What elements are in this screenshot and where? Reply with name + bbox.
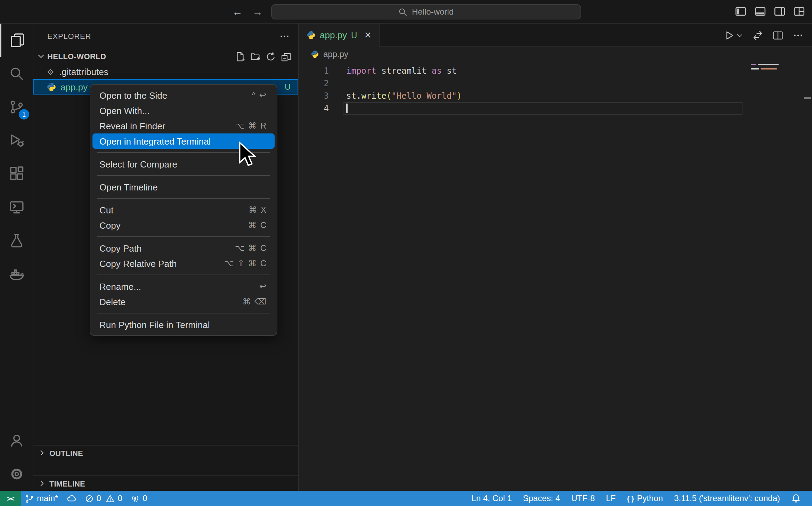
timeline-title: TIMELINE xyxy=(49,479,85,488)
status-right: Ln 4, Col 1 Spaces: 4 UTF-8 LF { } Pytho… xyxy=(466,493,812,503)
explorer-header: EXPLORER ··· xyxy=(33,24,298,49)
customize-layout-icon[interactable] xyxy=(793,6,805,17)
mouse-cursor xyxy=(238,141,256,169)
code-area[interactable]: 1 import streamlit as st 2 3 st.write("H… xyxy=(300,62,812,115)
toggle-sidebar-left-icon[interactable] xyxy=(735,6,747,17)
docker-icon xyxy=(9,266,24,281)
current-line-highlight xyxy=(343,102,742,115)
notifications-bell[interactable] xyxy=(786,493,806,503)
split-editor-icon[interactable] xyxy=(772,30,783,41)
toggle-sidebar-right-icon[interactable] xyxy=(774,6,786,17)
menu-item-open-timeline[interactable]: Open Timeline xyxy=(92,179,275,195)
search-icon xyxy=(9,66,24,81)
activity-remote-explorer[interactable] xyxy=(0,190,33,224)
cloud-icon xyxy=(66,493,76,503)
tab-git-status: U xyxy=(351,30,357,40)
timeline-section[interactable]: TIMELINE xyxy=(33,475,298,491)
refresh-icon[interactable] xyxy=(266,51,276,62)
sync-changes-button[interactable] xyxy=(62,491,80,506)
new-file-icon[interactable] xyxy=(235,51,245,62)
line-number: 1 xyxy=(300,65,329,77)
branch-name: main* xyxy=(37,493,58,503)
menu-item-copy-relative-path[interactable]: Copy Relative Path⌥ ⇧ ⌘ C xyxy=(92,256,275,271)
activity-testing[interactable] xyxy=(0,224,33,257)
collapse-all-icon[interactable] xyxy=(281,51,291,62)
errors-icon xyxy=(84,494,94,503)
python-interpreter[interactable]: 3.11.5 ('streamlitenv': conda) xyxy=(668,493,786,503)
file-name: .gitattributes xyxy=(59,66,108,77)
menu-separator xyxy=(97,275,270,275)
code-line: 2 xyxy=(300,77,812,90)
editor-actions xyxy=(724,24,804,47)
ports-indicator[interactable]: 0 xyxy=(127,491,151,506)
chevron-right-icon xyxy=(38,479,47,488)
activity-settings[interactable] xyxy=(0,457,33,491)
source-control-badge: 1 xyxy=(19,109,29,120)
activity-search[interactable] xyxy=(0,57,33,90)
line-number: 3 xyxy=(300,90,329,102)
line-number: 4 xyxy=(300,102,329,115)
explorer-more-actions-icon[interactable]: ··· xyxy=(280,32,290,40)
git-file-icon xyxy=(46,67,55,76)
command-center-search[interactable]: Hello-world xyxy=(271,4,581,19)
activity-run-debug[interactable] xyxy=(0,124,33,157)
python-file-icon xyxy=(307,31,316,40)
explorer-title: EXPLORER xyxy=(47,32,91,40)
close-tab-icon[interactable]: ✕ xyxy=(364,30,372,40)
menu-item-copy[interactable]: Copy⌘ C xyxy=(92,218,275,233)
activity-account[interactable] xyxy=(0,424,33,457)
outline-title: OUTLINE xyxy=(49,449,83,457)
files-icon xyxy=(10,33,25,48)
folder-name: HELLO-WORLD xyxy=(47,52,106,60)
menu-item-open-to-side[interactable]: Open to the Side^ ↩ xyxy=(92,88,275,103)
menu-item-delete[interactable]: Delete⌘ ⌫ xyxy=(92,294,275,309)
menu-item-open-with[interactable]: Open With... xyxy=(92,103,275,118)
gear-icon xyxy=(9,466,24,482)
error-count: 0 xyxy=(96,493,101,503)
activity-extensions[interactable] xyxy=(0,157,33,190)
menu-item-copy-path[interactable]: Copy Path⌥ ⌘ C xyxy=(92,240,275,256)
branch-indicator[interactable]: main* xyxy=(21,491,62,506)
status-bar: >< main* 0 0 xyxy=(0,491,812,506)
run-button[interactable] xyxy=(724,30,743,41)
forward-icon[interactable]: → xyxy=(252,6,263,17)
menu-item-reveal-in-finder[interactable]: Reveal in Finder⌥ ⌘ R xyxy=(92,118,275,133)
menu-item-cut[interactable]: Cut⌘ X xyxy=(92,202,275,218)
activity-explorer[interactable] xyxy=(0,24,33,57)
explorer-actions xyxy=(235,51,298,62)
activity-source-control[interactable]: 1 xyxy=(0,90,33,124)
minimap[interactable] xyxy=(751,64,799,106)
menu-item-rename[interactable]: Rename...↩ xyxy=(92,279,275,294)
title-bar: ← → Hello-world xyxy=(0,0,812,24)
account-icon xyxy=(9,433,24,448)
eol-sequence[interactable]: LF xyxy=(600,493,621,503)
folder-section-header[interactable]: HELLO-WORLD xyxy=(33,49,298,64)
problems-indicator[interactable]: 0 0 xyxy=(80,491,127,506)
breadcrumb-item: app.py xyxy=(323,49,348,59)
tab-title: app.py xyxy=(320,30,347,40)
language-mode[interactable]: { } Python xyxy=(621,493,668,503)
activity-docker[interactable] xyxy=(0,257,33,291)
broadcast-icon xyxy=(131,494,140,503)
code-line: 1 import streamlit as st xyxy=(300,65,812,77)
braces-icon: { } xyxy=(627,495,634,502)
cursor-position[interactable]: Ln 4, Col 1 xyxy=(466,493,517,503)
menu-item-run-python-file-in-terminal[interactable]: Run Python File in Terminal xyxy=(92,317,275,332)
remote-icon: >< xyxy=(7,495,14,502)
open-changes-icon[interactable] xyxy=(752,30,763,41)
file-row-gitattributes[interactable]: .gitattributes xyxy=(33,64,298,79)
toggle-panel-icon[interactable] xyxy=(754,6,766,17)
git-status-untracked: U xyxy=(285,82,291,92)
git-branch-icon xyxy=(25,494,34,503)
code-line: 3 st.write("Hello World") xyxy=(300,90,812,102)
tab-app-py[interactable]: app.py U ✕ xyxy=(300,24,379,47)
outline-section[interactable]: OUTLINE xyxy=(33,445,298,460)
indentation[interactable]: Spaces: 4 xyxy=(518,493,566,503)
back-icon[interactable]: ← xyxy=(232,6,243,17)
breadcrumb[interactable]: app.py xyxy=(300,47,812,62)
new-folder-icon[interactable] xyxy=(250,51,261,62)
encoding[interactable]: UTF-8 xyxy=(566,493,600,503)
remote-indicator[interactable]: >< xyxy=(0,491,21,506)
more-actions-icon[interactable] xyxy=(793,30,804,41)
menu-separator xyxy=(97,236,270,237)
